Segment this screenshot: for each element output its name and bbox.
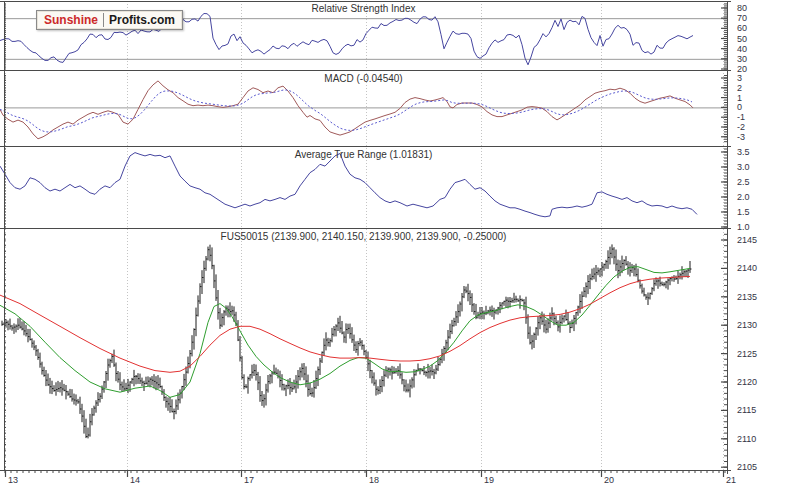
- price-ytick-label: 2130: [737, 320, 757, 330]
- rsi-ytick-label: 30: [737, 54, 747, 64]
- day-label-17: 17: [244, 475, 254, 485]
- macd-ytick-label: -1: [737, 112, 745, 122]
- price-ytick-label: 2140: [737, 263, 757, 273]
- day-label-19: 19: [484, 475, 494, 485]
- logo-part-sunshine: Sunshine: [44, 13, 104, 27]
- day-label-21: 21: [726, 475, 736, 485]
- macd-ytick-label: -2: [737, 122, 745, 132]
- day-label-14: 14: [130, 475, 140, 485]
- chart-canvas: 807060504030203210-1-2-33.53.02.52.01.51…: [0, 0, 800, 486]
- price-ytick-label: 2120: [737, 377, 757, 387]
- logo-part-profits: Profits.com: [104, 13, 175, 27]
- rsi-ytick-label: 60: [737, 23, 747, 33]
- macd-ytick-label: 3: [737, 73, 742, 83]
- atr-ytick-label: 3.0: [737, 162, 750, 172]
- day-label-13: 13: [8, 475, 18, 485]
- macd-ytick-label: -3: [737, 132, 745, 142]
- rsi-ytick-label: 80: [737, 3, 747, 13]
- price-ytick-label: 2125: [737, 349, 757, 359]
- atr-ytick-label: 3.5: [737, 147, 750, 157]
- price-ytick-label: 2135: [737, 292, 757, 302]
- background: [0, 0, 800, 486]
- price-ytick-label: 2110: [737, 434, 756, 444]
- macd-ytick-label: 1: [737, 93, 742, 103]
- atr-ytick-label: 1.5: [737, 207, 750, 217]
- price-ytick-label: 2145: [737, 235, 757, 245]
- rsi-ytick-label: 40: [737, 44, 747, 54]
- price-ytick-label: 2115: [737, 405, 756, 415]
- macd-ytick-label: 2: [737, 83, 742, 93]
- atr-ytick-label: 2.5: [737, 177, 750, 187]
- atr-ytick-label: 1.0: [737, 222, 750, 232]
- rsi-ytick-label: 70: [737, 13, 747, 23]
- rsi-ytick-label: 50: [737, 34, 747, 44]
- macd-ytick-label: 0: [737, 102, 742, 112]
- day-label-18: 18: [369, 475, 379, 485]
- chart-root: 807060504030203210-1-2-33.53.02.52.01.51…: [0, 0, 800, 486]
- sunshine-profits-logo[interactable]: SunshineProfits.com: [36, 10, 183, 30]
- atr-ytick-label: 2.0: [737, 192, 750, 202]
- price-ytick-label: 2105: [737, 462, 757, 472]
- day-label-20: 20: [604, 475, 614, 485]
